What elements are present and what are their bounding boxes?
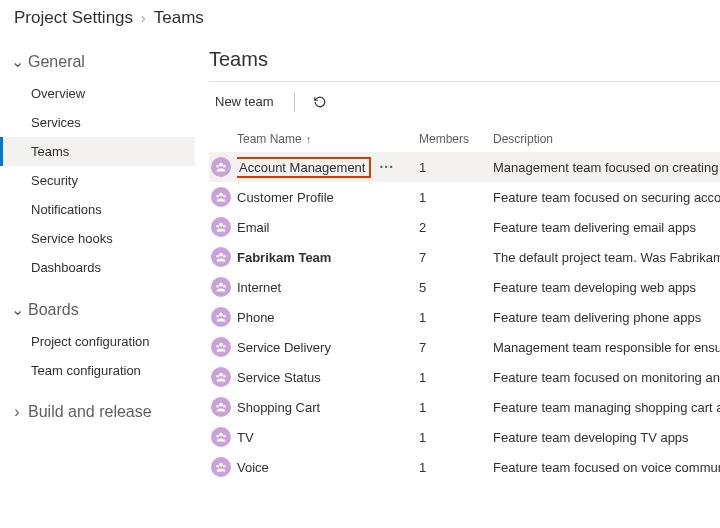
table-row[interactable]: Shopping Cart1Feature team managing shop… — [209, 392, 720, 422]
sidebar-group-header[interactable]: ⌄General — [0, 44, 195, 79]
sidebar-item[interactable]: Team configuration — [0, 356, 195, 385]
sidebar-group-header[interactable]: ⌄Boards — [0, 292, 195, 327]
team-members-count: 7 — [419, 250, 493, 265]
table-row[interactable]: Email2Feature team delivering email apps — [209, 212, 720, 242]
team-name-link[interactable]: Internet — [237, 280, 281, 295]
svg-point-5 — [223, 195, 226, 198]
refresh-icon — [313, 95, 327, 109]
svg-point-10 — [216, 255, 219, 258]
main-content: Teams New team Team Name ↑ — [195, 38, 720, 528]
svg-point-13 — [216, 285, 219, 288]
chevron-right-icon: › — [10, 403, 24, 421]
sidebar-group-label: General — [28, 53, 85, 71]
team-name-link[interactable]: Fabrikam Team — [237, 250, 331, 265]
sidebar-group-label: Boards — [28, 301, 79, 319]
team-description: Management team responsible for ensure — [493, 340, 720, 355]
svg-point-18 — [219, 343, 223, 347]
sidebar-item[interactable]: Overview — [0, 79, 195, 108]
table-row[interactable]: TV1Feature team developing TV apps — [209, 422, 720, 452]
team-members-count: 1 — [419, 400, 493, 415]
team-icon — [211, 397, 231, 417]
team-name-link[interactable]: Shopping Cart — [237, 400, 320, 415]
table-row[interactable]: Customer Profile1Feature team focused on… — [209, 182, 720, 212]
team-description: Feature team developing TV apps — [493, 430, 720, 445]
team-members-count: 1 — [419, 190, 493, 205]
team-name-link[interactable]: Phone — [237, 310, 275, 325]
team-members-count: 5 — [419, 280, 493, 295]
sidebar-item[interactable]: Project configuration — [0, 327, 195, 356]
table-row[interactable]: Internet5Feature team developing web app… — [209, 272, 720, 302]
table-row[interactable]: Phone1Feature team delivering phone apps — [209, 302, 720, 332]
sidebar: ⌄GeneralOverviewServicesTeamsSecurityNot… — [0, 38, 195, 528]
svg-point-19 — [216, 345, 219, 348]
sidebar-item[interactable]: Dashboards — [0, 253, 195, 282]
sidebar-item[interactable]: Teams — [0, 137, 195, 166]
table-header: Team Name ↑ Members Description — [209, 122, 720, 152]
teams-table: Team Name ↑ Members Description Account … — [209, 122, 720, 482]
sidebar-item[interactable]: Notifications — [0, 195, 195, 224]
team-icon — [211, 457, 231, 477]
page-title: Teams — [209, 42, 720, 81]
column-header-name[interactable]: Team Name ↑ — [237, 132, 419, 146]
svg-point-1 — [216, 165, 219, 168]
svg-point-28 — [216, 435, 219, 438]
team-name-link[interactable]: Customer Profile — [237, 190, 334, 205]
chevron-right-icon: › — [141, 10, 146, 26]
svg-point-9 — [219, 253, 223, 257]
svg-point-21 — [219, 373, 223, 377]
table-row[interactable]: Account Management···1Management team fo… — [209, 152, 720, 182]
sidebar-item[interactable]: Security — [0, 166, 195, 195]
svg-point-27 — [219, 433, 223, 437]
svg-point-20 — [223, 345, 226, 348]
svg-point-31 — [216, 465, 219, 468]
column-header-description[interactable]: Description — [493, 132, 720, 146]
svg-point-32 — [223, 465, 226, 468]
team-members-count: 1 — [419, 370, 493, 385]
breadcrumb-current: Teams — [154, 8, 204, 28]
table-row[interactable]: Service Delivery7Management team respons… — [209, 332, 720, 362]
svg-point-12 — [219, 283, 223, 287]
sidebar-group-header[interactable]: ›Build and release — [0, 395, 195, 429]
team-members-count: 7 — [419, 340, 493, 355]
svg-point-30 — [219, 463, 223, 467]
team-members-count: 1 — [419, 460, 493, 475]
team-description: Feature team managing shopping cart app — [493, 400, 720, 415]
team-icon — [211, 307, 231, 327]
svg-point-3 — [219, 193, 223, 197]
team-name-link[interactable]: Service Status — [237, 370, 321, 385]
chevron-down-icon: ⌄ — [10, 300, 24, 319]
chevron-down-icon: ⌄ — [10, 52, 24, 71]
team-name-link[interactable]: Service Delivery — [237, 340, 331, 355]
team-members-count: 1 — [419, 310, 493, 325]
table-row[interactable]: Fabrikam Team7The default project team. … — [209, 242, 720, 272]
column-header-members[interactable]: Members — [419, 132, 493, 146]
team-description: Feature team focused on voice communic — [493, 460, 720, 475]
sidebar-item[interactable]: Service hooks — [0, 224, 195, 253]
svg-point-29 — [223, 435, 226, 438]
team-icon — [211, 217, 231, 237]
sidebar-group-label: Build and release — [28, 403, 152, 421]
team-name-link[interactable]: Account Management — [239, 160, 365, 175]
team-name-link[interactable]: TV — [237, 430, 254, 445]
svg-point-17 — [223, 315, 226, 318]
svg-point-25 — [216, 405, 219, 408]
row-more-actions-button[interactable]: ··· — [377, 159, 396, 175]
team-description: Management team focused on creating an — [493, 160, 720, 175]
svg-point-4 — [216, 195, 219, 198]
team-icon — [211, 247, 231, 267]
team-description: Feature team delivering email apps — [493, 220, 720, 235]
refresh-button[interactable] — [309, 91, 331, 113]
table-row[interactable]: Voice1Feature team focused on voice comm… — [209, 452, 720, 482]
breadcrumb-parent[interactable]: Project Settings — [14, 8, 133, 28]
sidebar-item[interactable]: Services — [0, 108, 195, 137]
team-name-link[interactable]: Email — [237, 220, 270, 235]
table-row[interactable]: Service Status1Feature team focused on m… — [209, 362, 720, 392]
svg-point-7 — [216, 225, 219, 228]
team-name-link[interactable]: Voice — [237, 460, 269, 475]
svg-point-11 — [223, 255, 226, 258]
svg-point-23 — [223, 375, 226, 378]
team-description: Feature team developing web apps — [493, 280, 720, 295]
column-header-name-label: Team Name — [237, 132, 302, 146]
breadcrumb: Project Settings › Teams — [0, 0, 720, 38]
new-team-button[interactable]: New team — [209, 90, 280, 113]
